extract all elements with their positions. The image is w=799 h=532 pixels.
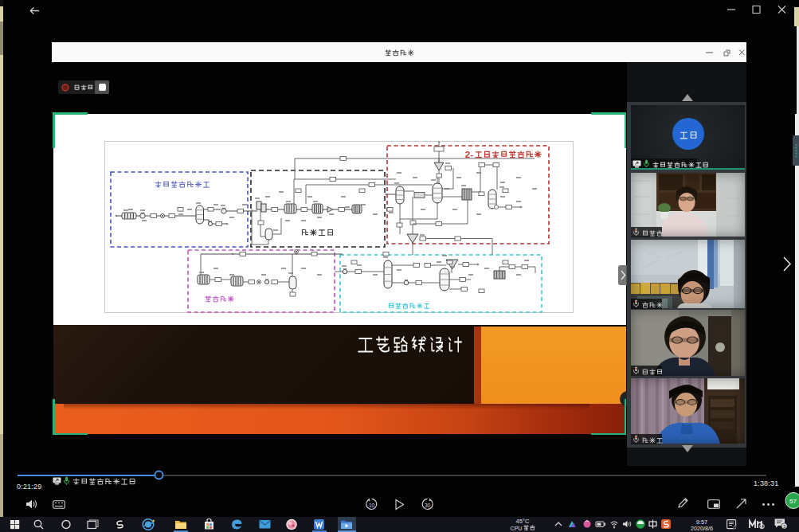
- svg-text:45°C: 45°C: [516, 518, 530, 525]
- svg-text:2020/8/6: 2020/8/6: [691, 525, 713, 532]
- svg-text:CPU: CPU: [511, 526, 523, 531]
- svg-text:3: 3: [783, 524, 785, 529]
